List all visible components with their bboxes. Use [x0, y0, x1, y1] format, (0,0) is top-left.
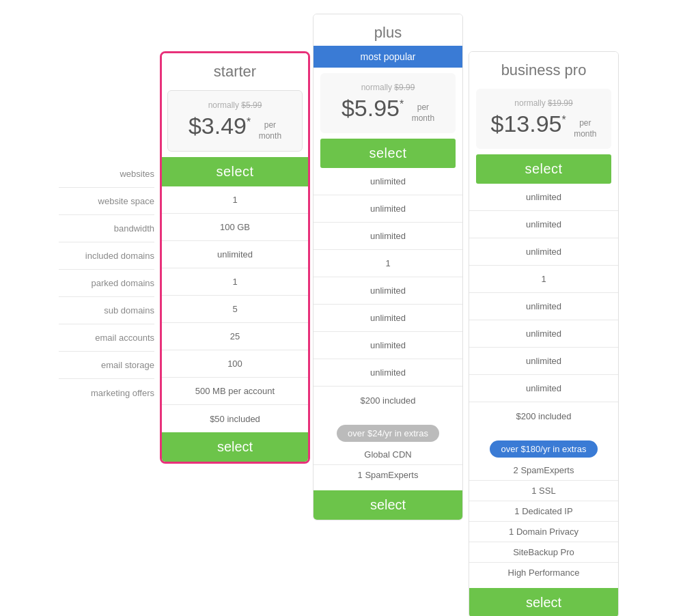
starter-original-price: $5.99 [241, 100, 262, 110]
business-select-bottom[interactable]: select [469, 588, 618, 616]
business-data-rows: unlimited unlimited unlimited 1 unlimite… [469, 184, 618, 430]
starter-data-rows: 1 100 GB unlimited 1 5 25 100 500 MB per… [162, 186, 308, 432]
starter-bandwidth: unlimited [162, 241, 308, 268]
plus-select-bottom[interactable]: select [313, 490, 462, 520]
label-websites: websites [59, 160, 154, 188]
pricing-table: starter normally $5.99 $3.49* permonth s… [14, 14, 669, 616]
business-extra-3: 1 Domain Privacy [469, 522, 618, 542]
business-extra-2: 1 Dedicated IP [469, 501, 618, 522]
business-extra-4: SiteBackup Pro [469, 542, 618, 563]
business-extras-badge: over $180/yr in extras [490, 440, 597, 458]
business-extra-1: 1 SSL [469, 481, 618, 501]
business-price: $13.95* [490, 111, 572, 137]
starter-price: $3.49* [189, 113, 257, 139]
plus-extras-badge: over $24/yr in extras [337, 425, 439, 442]
business-select-top[interactable]: select [476, 154, 611, 184]
plus-extras-list: Global CDN 1 SpamExperts [313, 445, 462, 485]
plus-per-month: permonth [412, 102, 434, 124]
plus-price: $5.95* [342, 95, 410, 121]
business-bandwidth: unlimited [469, 238, 618, 266]
plus-bandwidth: unlimited [313, 223, 462, 250]
plus-marketing-offers: $200 included [313, 387, 462, 414]
plus-parked-domains: unlimited [313, 277, 462, 305]
starter-title: starter [162, 53, 308, 85]
label-email-accounts: email accounts [59, 324, 154, 352]
starter-marketing-offers: $50 included [162, 405, 308, 432]
business-original-price: $19.99 [548, 98, 573, 108]
starter-select-bottom[interactable]: select [162, 432, 308, 462]
starter-websites: 1 [162, 186, 308, 214]
label-sub-domains: sub domains [59, 297, 154, 324]
business-websites: unlimited [469, 184, 618, 211]
business-plan: business pro normally $19.99 $13.95* per… [469, 51, 619, 616]
business-extras-container: over $180/yr in extras [469, 430, 618, 460]
plus-sub-domains: unlimited [313, 305, 462, 332]
label-email-storage: email storage [59, 352, 154, 379]
business-included-domains: 1 [469, 266, 618, 293]
starter-per-month: permonth [259, 120, 281, 141]
plus-data-rows: unlimited unlimited unlimited 1 unlimite… [313, 168, 462, 414]
business-email-storage: unlimited [469, 375, 618, 402]
business-price-display: $13.95* permonth [483, 111, 604, 139]
starter-plan: starter normally $5.99 $3.49* permonth s… [160, 51, 310, 464]
business-extras-list: 2 SpamExperts 1 SSL 1 Dedicated IP 1 Dom… [469, 460, 618, 583]
plus-badge: most popular [313, 46, 462, 68]
label-website-space: website space [59, 188, 154, 215]
starter-normally: normally $5.99 [175, 100, 295, 110]
label-parked-domains: parked domains [59, 270, 154, 297]
business-parked-domains: unlimited [469, 293, 618, 320]
plus-included-domains: 1 [313, 250, 462, 277]
label-marketing-offers: marketing offers [59, 379, 154, 406]
plus-extra-0: Global CDN [313, 445, 462, 465]
starter-included-domains: 1 [162, 268, 308, 296]
row-labels: websites website space bandwidth include… [59, 160, 154, 406]
business-pricing-box: normally $19.99 $13.95* permonth [476, 89, 611, 149]
plus-title: plus [313, 14, 462, 46]
plus-email-accounts: unlimited [313, 332, 462, 359]
starter-select-top[interactable]: select [162, 157, 308, 186]
plus-website-space: unlimited [313, 195, 462, 223]
starter-sub-domains: 25 [162, 323, 308, 350]
starter-website-space: 100 GB [162, 214, 308, 241]
starter-parked-domains: 5 [162, 296, 308, 323]
business-title: business pro [469, 52, 618, 83]
plus-email-storage: unlimited [313, 359, 462, 387]
plus-plan: plus most popular normally $9.99 $5.95* … [313, 14, 463, 520]
plus-normally: normally $9.99 [327, 83, 449, 92]
plus-price-display: $5.95* permonth [327, 95, 449, 124]
business-marketing-offers: $200 included [469, 402, 618, 430]
starter-pricing-box: normally $5.99 $3.49* permonth [167, 90, 303, 152]
plus-extra-1: 1 SpamExperts [313, 465, 462, 485]
plus-pricing-box: normally $9.99 $5.95* permonth [320, 73, 456, 133]
plus-extras-container: over $24/yr in extras [313, 414, 462, 445]
plus-original-price: $9.99 [394, 83, 415, 92]
starter-email-accounts: 100 [162, 350, 308, 378]
starter-price-display: $3.49* permonth [175, 113, 295, 141]
plus-select-top[interactable]: select [320, 139, 456, 168]
plus-websites: unlimited [313, 168, 462, 195]
business-per-month: permonth [574, 118, 596, 139]
business-email-accounts: unlimited [469, 348, 618, 375]
starter-email-storage: 500 MB per account [162, 378, 308, 405]
business-extra-0: 2 SpamExperts [469, 460, 618, 481]
business-website-space: unlimited [469, 211, 618, 238]
label-included-domains: included domains [59, 242, 154, 270]
label-bandwidth: bandwidth [59, 215, 154, 242]
business-sub-domains: unlimited [469, 320, 618, 348]
business-normally: normally $19.99 [483, 98, 604, 108]
business-extra-5: High Performance [469, 563, 618, 583]
